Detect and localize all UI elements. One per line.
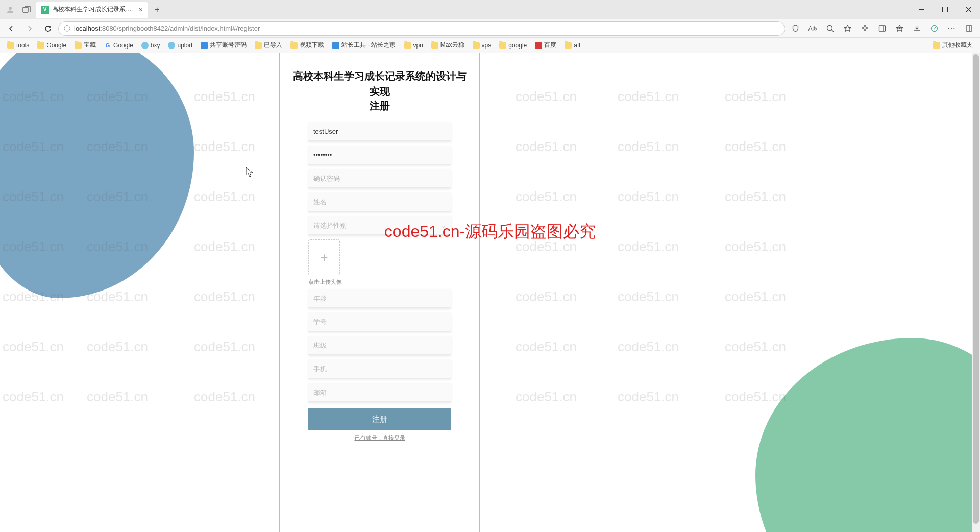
bookmark-item[interactable]: 视频下载 [287,39,327,51]
navbar: ⓘ localhost:8080/springbooth8422/admin/d… [0,19,980,38]
maximize-button[interactable] [933,2,957,18]
bookmark-item[interactable]: uplod [165,40,195,51]
browser-window: V 高校本科生学习成长记录系统的 × + ⓘ localhost:8080/sp… [0,0,980,53]
tracking-icon[interactable] [787,20,803,37]
class-input[interactable] [308,336,451,355]
scrollbar[interactable] [972,53,980,532]
bookmark-item[interactable]: bxy [138,40,163,51]
watermark-text: code51.cn [194,289,255,305]
folder-icon [499,42,506,49]
watermark-text: code51.cn [3,389,64,405]
bookmark-label: uplod [177,42,192,49]
minimize-button[interactable] [910,2,933,18]
site-icon [201,42,208,49]
gender-select[interactable] [308,216,451,235]
watermark-text: code51.cn [618,289,679,305]
tabs-overview-icon[interactable] [20,4,33,16]
watermark-text: code51.cn [725,239,786,255]
watermark-text: code51.cn [194,139,255,155]
page-viewport: code51.cncode51.cncode51.cncode51.cncode… [0,53,980,532]
watermark-text: code51.cn [618,139,679,155]
bookmark-label: Google [113,42,133,49]
bookmark-label: 已导入 [264,41,282,50]
bookmark-label: 视频下载 [300,41,324,50]
favorite-icon[interactable] [839,20,855,37]
bookmark-item[interactable]: Google [34,40,69,51]
sidebar-icon[interactable] [874,20,890,37]
refresh-button[interactable] [40,20,56,37]
new-tab-button[interactable]: + [150,3,164,17]
watermark-text: code51.cn [194,189,255,205]
site-info-icon[interactable]: ⓘ [63,25,71,33]
bookmarks-bar: toolsGoogle宝藏GGooglebxyuplod共享账号密码已导入视频下… [0,38,980,53]
folder-icon [290,42,298,49]
bookmark-item[interactable]: 站长工具 - 站长之家 [329,39,399,51]
bookmark-item[interactable]: 百度 [532,39,559,51]
bookmark-item[interactable]: vps [470,40,495,51]
phone-input[interactable] [308,359,451,379]
translate-icon[interactable]: Aあ [804,20,821,37]
collections-icon[interactable] [891,20,908,37]
bookmark-label: vps [482,42,492,49]
window-controls [910,2,980,18]
bookmark-item[interactable]: tools [4,40,32,51]
watermark-text: code51.cn [194,389,255,405]
bookmark-label: 其他收藏夹 [942,41,973,50]
bookmark-item[interactable]: aff [561,40,583,51]
folder-icon [75,42,82,49]
extensions-icon[interactable] [856,20,873,37]
watermark-text: code51.cn [516,389,577,405]
scrollbar-thumb[interactable] [973,54,979,524]
avatar-upload[interactable]: + [308,239,340,275]
bookmark-label: Max云梯 [440,41,464,50]
watermark-text: code51.cn [516,339,577,355]
bookmark-item[interactable]: 共享账号密码 [198,39,250,51]
confirm-password-input[interactable] [308,169,451,188]
downloads-icon[interactable] [909,20,925,37]
watermark-text: code51.cn [516,239,577,255]
profile-icon[interactable] [3,3,17,17]
watermark-text: code51.cn [87,339,148,355]
folder-icon [431,42,438,49]
bookmark-item[interactable]: GGoogle [101,40,136,51]
email-input[interactable] [308,383,451,402]
other-bookmarks[interactable]: 其他收藏夹 [930,39,976,51]
bookmark-item[interactable]: Max云梯 [428,39,468,51]
vue-favicon: V [41,6,49,14]
bookmark-label: 站长工具 - 站长之家 [341,41,396,50]
bookmark-label: bxy [151,42,160,49]
forward-button[interactable] [21,20,38,37]
site-icon [168,42,175,49]
page-subtitle: 注册 [290,99,470,113]
svg-line-7 [831,30,834,32]
watermark-text: code51.cn [194,339,255,355]
copilot-icon[interactable] [961,20,977,37]
address-bar[interactable]: ⓘ localhost:8080/springbooth8422/admin/d… [58,21,785,36]
zoom-icon[interactable] [822,20,838,37]
bookmark-label: tools [16,42,29,49]
svg-rect-1 [23,7,28,12]
bookmark-label: 共享账号密码 [210,41,247,50]
age-input[interactable] [308,289,451,308]
cursor-icon [245,166,254,178]
bookmark-item[interactable]: google [496,40,530,51]
tab-close-icon[interactable]: × [139,6,143,14]
site-icon [535,42,542,49]
student-number-input[interactable] [308,312,451,332]
bookmark-item[interactable]: vpn [401,40,426,51]
username-input[interactable] [308,122,451,141]
password-input[interactable] [308,146,451,165]
menu-icon[interactable]: ⋯ [943,20,960,37]
browser-tab[interactable]: V 高校本科生学习成长记录系统的 × [36,2,148,18]
close-button[interactable] [957,2,980,18]
watermark-text: code51.cn [725,89,786,105]
register-button[interactable]: 注册 [308,408,451,430]
name-input[interactable] [308,192,451,212]
bookmark-item[interactable]: 已导入 [252,39,285,51]
login-link[interactable]: 已有账号，直接登录 [290,434,470,442]
performance-icon[interactable] [926,20,942,37]
bookmark-item[interactable]: 宝藏 [71,39,99,51]
watermark-text: code51.cn [516,289,577,305]
watermark-text: code51.cn [516,189,577,205]
back-button[interactable] [3,20,19,37]
